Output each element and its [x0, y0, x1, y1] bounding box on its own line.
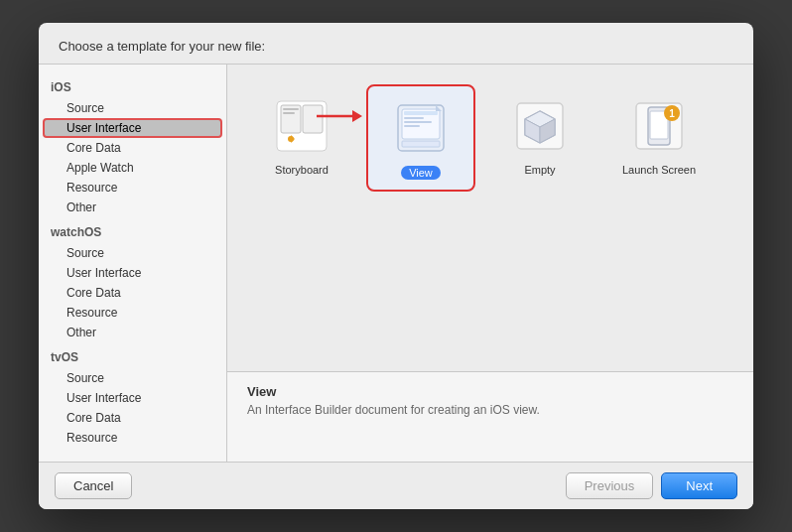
- sidebar-section-ios: iOS: [39, 76, 226, 98]
- sidebar: iOS Source User Interface Core Data Appl…: [39, 65, 227, 462]
- main-content: Storyboard: [227, 65, 753, 462]
- template-grid: Storyboard: [227, 65, 753, 372]
- svg-rect-12: [404, 111, 438, 115]
- sidebar-item-watch-other[interactable]: Other: [43, 323, 222, 342]
- sidebar-item-ios-coredata[interactable]: Core Data: [43, 138, 222, 158]
- sidebar-item-tv-coredata[interactable]: Core Data: [43, 408, 222, 428]
- sidebar-section-tvos: tvOS: [39, 346, 226, 368]
- sidebar-item-ios-resource[interactable]: Resource: [43, 178, 222, 198]
- description-title: View: [247, 384, 733, 399]
- footer-right-buttons: Previous Next: [566, 472, 737, 499]
- template-item-storyboard[interactable]: Storyboard: [247, 84, 356, 192]
- svg-rect-15: [404, 125, 420, 127]
- dialog-header: Choose a template for your new file:: [39, 23, 753, 65]
- template-item-view-wrapper: View: [366, 84, 475, 192]
- svg-text:1: 1: [669, 108, 675, 119]
- sidebar-item-ios-ui[interactable]: User Interface: [43, 118, 222, 138]
- description-panel: View An Interface Builder document for c…: [227, 372, 753, 462]
- svg-rect-13: [404, 117, 424, 119]
- template-item-empty[interactable]: Empty: [485, 84, 594, 192]
- sidebar-item-watch-coredata[interactable]: Core Data: [43, 283, 222, 303]
- sidebar-section-watchos: watchOS: [39, 221, 226, 243]
- svg-marker-8: [352, 110, 362, 122]
- template-item-launch[interactable]: 1 Launch Screen: [604, 84, 714, 192]
- view-label: View: [401, 166, 441, 180]
- description-text: An Interface Builder document for creati…: [247, 403, 733, 417]
- launch-screen-icon: 1: [627, 94, 691, 158]
- svg-rect-6: [283, 112, 295, 114]
- empty-label: Empty: [524, 164, 555, 176]
- empty-icon: [508, 94, 572, 158]
- view-icon: [389, 96, 453, 160]
- sidebar-item-watch-resource[interactable]: Resource: [43, 303, 222, 323]
- sidebar-item-watch-source[interactable]: Source: [43, 243, 222, 263]
- launch-screen-label: Launch Screen: [622, 164, 696, 176]
- dialog-title: Choose a template for your new file:: [59, 39, 265, 54]
- sidebar-item-tv-resource[interactable]: Resource: [43, 428, 222, 448]
- red-arrow-icon: [315, 102, 364, 130]
- new-file-dialog: Choose a template for your new file: iOS…: [39, 23, 753, 509]
- storyboard-label: Storyboard: [275, 164, 329, 176]
- sidebar-item-watch-ui[interactable]: User Interface: [43, 263, 222, 283]
- svg-rect-11: [402, 141, 440, 147]
- dialog-body: iOS Source User Interface Core Data Appl…: [39, 65, 753, 462]
- previous-button[interactable]: Previous: [566, 472, 654, 499]
- svg-rect-5: [283, 108, 299, 110]
- sidebar-item-tv-ui[interactable]: User Interface: [43, 388, 222, 408]
- sidebar-item-tv-source[interactable]: Source: [43, 368, 222, 388]
- next-button[interactable]: Next: [661, 472, 737, 499]
- sidebar-item-ios-applewatch[interactable]: Apple Watch: [43, 158, 222, 178]
- svg-rect-14: [404, 121, 432, 123]
- template-item-view[interactable]: View: [366, 84, 475, 192]
- dialog-footer: Cancel Previous Next: [39, 462, 753, 509]
- sidebar-item-ios-other[interactable]: Other: [43, 198, 222, 217]
- cancel-button[interactable]: Cancel: [55, 472, 132, 499]
- sidebar-item-ios-source[interactable]: Source: [43, 98, 222, 118]
